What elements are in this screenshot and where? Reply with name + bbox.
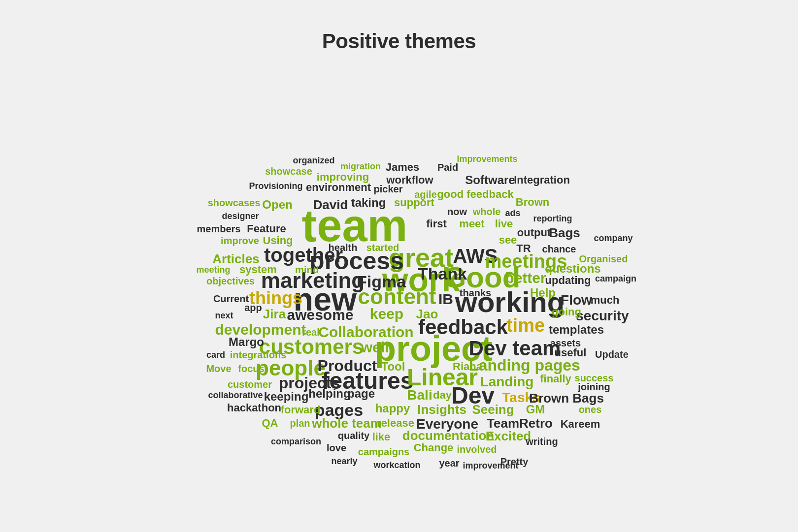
- word-item: Paid: [437, 162, 458, 173]
- word-item: release: [377, 417, 414, 430]
- word-item: GM: [526, 403, 545, 416]
- word-item: Using: [263, 234, 293, 247]
- word-item: forward: [281, 404, 321, 416]
- word-item: TR: [516, 242, 531, 255]
- word-item: Riana: [453, 360, 482, 373]
- word-item: awesome: [287, 307, 353, 323]
- word-item: Open: [262, 198, 292, 212]
- word-item: Insights: [417, 402, 466, 417]
- word-item: Seeing: [472, 402, 514, 417]
- word-item: real: [302, 327, 320, 338]
- word-item: Change: [414, 441, 454, 454]
- word-item: David: [313, 197, 348, 213]
- word-item: going: [552, 306, 581, 318]
- word-item: Collaboration: [318, 324, 413, 341]
- word-item: well: [361, 339, 389, 356]
- word-item: whole team: [312, 416, 382, 431]
- word-item: integrations: [230, 349, 286, 361]
- word-item: workcation: [373, 460, 420, 470]
- word-item: Landing: [480, 374, 534, 390]
- word-item: mind: [295, 264, 319, 276]
- word-item: documentation: [402, 428, 494, 443]
- word-item: objectives: [206, 276, 255, 287]
- word-item: writing: [526, 436, 558, 447]
- word-item: Kareem: [561, 418, 600, 431]
- word-item: Brown: [516, 196, 549, 209]
- word-item: helping: [308, 387, 350, 401]
- word-item: ones: [579, 404, 602, 415]
- word-item: workflow: [386, 174, 433, 187]
- word-item: see: [499, 234, 517, 247]
- word-item: organized: [293, 156, 334, 166]
- word-item: security: [576, 308, 629, 324]
- word-item: Current: [213, 293, 249, 305]
- word-item: whole: [473, 206, 501, 218]
- word-cloud: teamprojectworknewGoodworkinggreatproces…: [79, 73, 719, 457]
- word-item: designer: [222, 211, 259, 221]
- word-item: Jao: [416, 307, 438, 322]
- word-item: Feature: [247, 222, 286, 235]
- word-item: Tool: [381, 360, 405, 374]
- word-item: year: [439, 458, 459, 469]
- word-item: showcases: [208, 197, 261, 209]
- word-item: collaborative: [208, 390, 263, 401]
- word-item: campaign: [595, 274, 636, 284]
- word-item: system: [239, 263, 277, 276]
- word-item: customer: [228, 379, 272, 390]
- word-item: like: [372, 431, 391, 443]
- word-item: app: [244, 302, 262, 313]
- word-item: happy: [375, 402, 410, 415]
- word-item: next: [215, 311, 233, 321]
- word-item: ads: [505, 208, 520, 219]
- word-item: James: [386, 161, 420, 174]
- word-item: thanks: [460, 287, 491, 299]
- word-item: Thank: [418, 264, 467, 283]
- word-item: started: [366, 242, 399, 253]
- word-item: Software: [465, 173, 515, 187]
- word-item: IB: [438, 291, 453, 308]
- word-item: first: [426, 218, 447, 230]
- word-item: Bali: [407, 387, 432, 403]
- word-item: nearly: [331, 456, 357, 467]
- word-item: day: [433, 389, 452, 402]
- word-item: Excited: [486, 429, 532, 444]
- word-item: meet: [459, 218, 484, 230]
- word-item: better: [505, 270, 546, 286]
- word-item: finally: [540, 373, 571, 385]
- word-item: company: [594, 233, 632, 244]
- word-item: quality: [338, 430, 369, 441]
- word-item: plan: [290, 418, 310, 429]
- word-item: templates: [549, 323, 604, 337]
- word-item: output: [517, 226, 551, 239]
- word-item: card: [206, 350, 225, 360]
- word-item: love: [327, 442, 346, 454]
- word-item: Update: [595, 349, 629, 360]
- word-item: now: [447, 206, 467, 218]
- word-item: time: [506, 315, 545, 336]
- word-item: health: [329, 242, 358, 253]
- word-item: Improvements: [457, 154, 517, 164]
- word-item: Margo: [229, 335, 264, 349]
- word-item: keep: [370, 306, 403, 322]
- word-item: QA: [262, 417, 278, 430]
- word-item: Jira: [263, 307, 286, 322]
- word-item: taking: [351, 196, 386, 210]
- word-item: campaigns: [358, 446, 409, 458]
- word-item: joining: [578, 381, 610, 393]
- word-item: involved: [457, 444, 497, 455]
- word-item: improvement: [463, 461, 518, 471]
- word-item: Integration: [514, 174, 570, 187]
- word-item: comparison: [271, 437, 321, 447]
- word-item: Figma: [357, 272, 406, 291]
- word-item: agile: [414, 189, 437, 200]
- word-item: focus: [238, 363, 264, 375]
- word-item: live: [495, 218, 513, 230]
- word-item: Provisioning: [249, 181, 302, 191]
- word-item: meeting: [196, 265, 230, 275]
- word-item: improving: [317, 171, 369, 184]
- word-item: hackathon: [227, 402, 281, 414]
- word-item: Help: [530, 286, 556, 300]
- word-item: Move: [206, 363, 231, 375]
- word-item: Product: [318, 357, 377, 375]
- word-item: Bags: [549, 225, 580, 241]
